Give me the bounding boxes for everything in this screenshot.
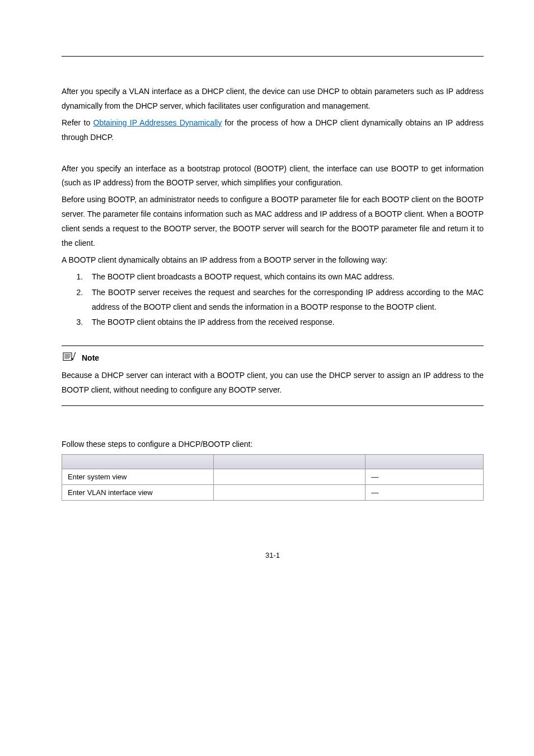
paragraph-bootp-2: Before using BOOTP, an administrator nee…: [62, 193, 484, 251]
paragraph-bootp-3: A BOOTP client dynamically obtains an IP…: [62, 253, 484, 268]
cell-r1c2: [214, 469, 366, 485]
document-page: After you specify a VLAN interface as a …: [0, 0, 534, 756]
note-header: Note: [62, 352, 99, 364]
table-row: Enter system view —: [62, 469, 484, 485]
note-rule-bottom: [62, 405, 484, 406]
paragraph-dhcp-2: Refer to Obtaining IP Addresses Dynamica…: [62, 116, 484, 145]
page-number: 31-1: [62, 551, 484, 559]
note-icon: [62, 352, 78, 364]
table-header-1: [62, 455, 214, 469]
ordered-list-bootp-steps: The BOOTP client broadcasts a BOOTP requ…: [62, 270, 484, 330]
table-header-row: [62, 455, 484, 469]
paragraph-bootp-1: After you specify an interface as a boot…: [62, 162, 484, 191]
note-rule-top: [62, 346, 484, 346]
table-header-3: [366, 455, 484, 469]
note-label: Note: [82, 353, 99, 362]
table-row: Enter VLAN interface view —: [62, 485, 484, 501]
table-caption: Follow these steps to configure a DHCP/B…: [62, 440, 484, 449]
cell-r1c1: Enter system view: [62, 469, 214, 485]
text-pre-link: Refer to: [62, 118, 93, 127]
cell-r1c3: —: [366, 469, 484, 485]
paragraph-dhcp-1: After you specify a VLAN interface as a …: [62, 85, 484, 114]
link-obtaining-ip[interactable]: Obtaining IP Addresses Dynamically: [93, 118, 222, 127]
cell-r2c1: Enter VLAN interface view: [62, 485, 214, 501]
cell-r2c3: —: [366, 485, 484, 501]
cell-r2c2: [214, 485, 366, 501]
list-item-3: The BOOTP client obtains the IP address …: [85, 315, 484, 330]
horizontal-rule-top: [62, 56, 484, 57]
config-table: Enter system view — Enter VLAN interface…: [62, 454, 484, 501]
list-item-2: The BOOTP server receives the request an…: [85, 286, 484, 315]
table-header-2: [214, 455, 366, 469]
list-item-1: The BOOTP client broadcasts a BOOTP requ…: [85, 270, 484, 284]
note-body: Because a DHCP server can interact with …: [62, 368, 484, 398]
